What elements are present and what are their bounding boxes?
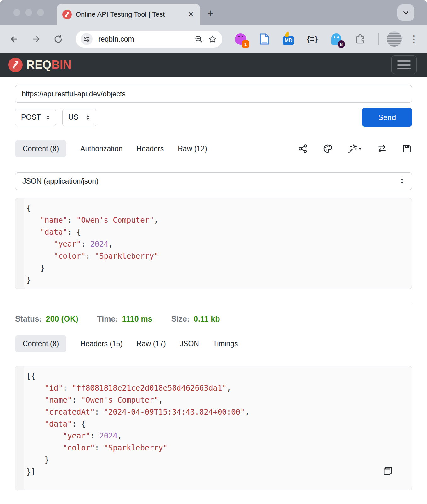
response-body-block: [{ "id": "ff8081818e21ce2d018e58d462663d… — [15, 366, 412, 490]
puzzle-icon — [355, 34, 366, 44]
braces-glyph: {≡} — [307, 35, 318, 43]
tab-close-icon[interactable]: ✕ — [186, 10, 195, 19]
response-tabs-row: Content (8) Headers (15) Raw (17) JSON T… — [15, 335, 412, 352]
tab-title: Online API Testing Tool | Test — [76, 10, 179, 19]
toolbar-divider — [378, 33, 379, 45]
status-value: 200 (OK) — [46, 314, 78, 324]
resp-tab-raw[interactable]: Raw (17) — [136, 335, 166, 352]
extensions-puzzle-button[interactable] — [353, 32, 367, 46]
tab-raw[interactable]: Raw (12) — [178, 140, 207, 158]
tab-headers[interactable]: Headers — [136, 140, 164, 158]
time-label: Time: — [97, 314, 118, 324]
resp-tab-content[interactable]: Content (8) — [15, 335, 66, 352]
method-row: POST US Send — [15, 108, 412, 127]
resp-tab-headers[interactable]: Headers (15) — [80, 335, 122, 352]
minimize-window-dot[interactable] — [25, 9, 32, 16]
request-tabs: Content (8) Authorization Headers Raw (1… — [15, 140, 207, 158]
address-url[interactable]: reqbin.com — [98, 35, 190, 43]
editor-gutter — [15, 198, 24, 289]
reload-icon — [54, 34, 63, 44]
close-window-dot[interactable] — [13, 9, 20, 16]
reqbin-logo-icon[interactable] — [8, 58, 23, 72]
request-action-icons — [298, 144, 412, 154]
select-updown-icon — [85, 114, 90, 121]
extension-blob-icon[interactable]: 1 — [234, 32, 248, 46]
tab-title-fade — [170, 4, 186, 25]
resp-tab-timings[interactable]: Timings — [213, 335, 238, 352]
menu-hamburger-button[interactable] — [391, 55, 417, 74]
method-value: POST — [21, 113, 41, 122]
browser-tab[interactable]: Online API Testing Tool | Test ✕ — [57, 4, 200, 25]
document-icon — [259, 33, 270, 45]
locale-value: US — [68, 113, 78, 122]
content-type-row: JSON (application/json) — [15, 172, 412, 190]
brand-req: REQ — [26, 58, 52, 71]
time-value: 1110 ms — [122, 314, 152, 324]
brand-bin: BIN — [52, 58, 72, 71]
extension-document-icon[interactable] — [258, 32, 271, 46]
browser-menu-icon[interactable]: ⋮ — [409, 34, 419, 44]
copy-icon — [383, 466, 393, 477]
browser-toolbar: reqbin.com 1 MD {≡} — [0, 25, 427, 53]
reqbin-favicon-icon — [62, 10, 72, 19]
time-stat: Time: 1110 ms — [97, 314, 152, 324]
request-body-block: { "name": "Owen's Computer", "data": { "… — [15, 198, 412, 289]
response-tabs: Content (8) Headers (15) Raw (17) JSON T… — [15, 335, 238, 352]
back-arrow-icon — [9, 34, 19, 44]
share-button[interactable] — [298, 144, 308, 154]
extension-icons: 1 MD {≡} 8 — [234, 32, 367, 46]
forward-arrow-icon — [31, 34, 41, 44]
request-url-input[interactable] — [15, 85, 412, 103]
md-icon: MD — [283, 36, 294, 45]
profile-avatar[interactable] — [387, 32, 402, 47]
send-button[interactable]: Send — [362, 108, 412, 127]
save-button[interactable] — [402, 144, 412, 154]
viewer-gutter — [15, 366, 24, 490]
maximize-window-dot[interactable] — [37, 9, 44, 16]
zoom-out-icon[interactable] — [194, 34, 203, 44]
reqbin-brand[interactable]: REQBIN — [26, 58, 71, 72]
extension-badge: 1 — [242, 40, 249, 48]
copy-response-button[interactable] — [382, 465, 394, 478]
resp-tab-json[interactable]: JSON — [180, 335, 199, 352]
status-label: Status: — [15, 314, 42, 324]
browser-window: Online API Testing Tool | Test ✕ + reqbi… — [0, 0, 427, 504]
chevron-down-icon — [402, 9, 410, 17]
content-type-value: JSON (application/json) — [22, 177, 99, 186]
browser-tab-strip: Online API Testing Tool | Test ✕ + — [0, 0, 427, 25]
main-content: POST US Send Content (8) Authorization H… — [0, 77, 427, 490]
locale-select[interactable]: US — [62, 109, 96, 126]
address-bar[interactable]: reqbin.com — [76, 31, 222, 48]
reload-button[interactable] — [53, 34, 64, 44]
size-stat: Size: 0.11 kb — [171, 314, 220, 324]
section-divider — [15, 304, 412, 304]
status-stat: Status: 200 (OK) — [15, 314, 78, 324]
tab-search-button[interactable] — [397, 4, 414, 21]
response-status-row: Status: 200 (OK) Time: 1110 ms Size: 0.1… — [15, 314, 412, 324]
new-tab-button[interactable]: + — [205, 7, 217, 19]
forward-button[interactable] — [31, 34, 42, 44]
request-tabs-row: Content (8) Authorization Headers Raw (1… — [15, 140, 412, 158]
method-select[interactable]: POST — [15, 109, 56, 126]
request-body-editor[interactable]: { "name": "Owen's Computer", "data": { "… — [24, 198, 412, 289]
tab-authorization[interactable]: Authorization — [80, 140, 122, 158]
extension-markdown-icon[interactable]: MD — [282, 32, 295, 46]
size-value: 0.11 kb — [194, 314, 220, 324]
tab-content[interactable]: Content (8) — [15, 140, 66, 158]
response-body-viewer[interactable]: [{ "id": "ff8081818e21ce2d018e58d462663d… — [24, 366, 412, 490]
extension-ghost-icon[interactable]: 8 — [329, 32, 343, 46]
reqbin-header: REQBIN — [0, 53, 427, 77]
site-settings-icon[interactable] — [81, 33, 93, 45]
size-label: Size: — [171, 314, 190, 324]
select-updown-icon — [400, 178, 405, 184]
generate-code-button[interactable] — [348, 144, 362, 154]
back-button[interactable] — [9, 34, 20, 44]
theme-palette-button[interactable] — [323, 144, 333, 154]
swap-convert-button[interactable] — [377, 144, 387, 154]
bookmark-star-icon[interactable] — [208, 34, 217, 44]
select-updown-icon — [46, 114, 50, 121]
window-controls[interactable] — [13, 9, 44, 16]
extension-badge: 8 — [338, 40, 345, 48]
extension-braces-icon[interactable]: {≡} — [305, 32, 319, 46]
content-type-select[interactable]: JSON (application/json) — [15, 172, 412, 190]
